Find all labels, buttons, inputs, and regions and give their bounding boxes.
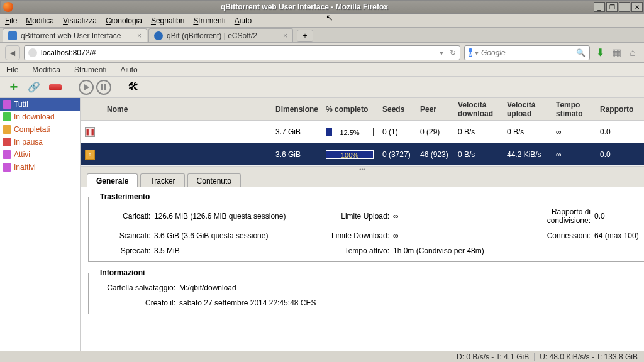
remove-button[interactable] — [49, 84, 62, 90]
menu-edit[interactable]: Modifica — [26, 16, 54, 25]
paused-icon: ❚❚ — [85, 127, 95, 137]
sidebar-item-active[interactable]: Attivi — [0, 148, 80, 161]
tab-content[interactable]: Contenuto — [187, 173, 241, 187]
url-bar[interactable]: ▾ ↻ — [24, 45, 460, 60]
app-menu-edit[interactable]: Modifica — [32, 65, 60, 74]
add-torrent-button[interactable]: + — [5, 79, 23, 96]
col-ulspeed[interactable]: Velocità upload — [507, 101, 556, 118]
menu-file[interactable]: File — [5, 16, 17, 25]
search-input[interactable] — [481, 48, 576, 57]
app-menu-file[interactable]: File — [6, 65, 18, 74]
col-peer[interactable]: Peer — [420, 105, 458, 114]
download-icon[interactable]: ⬇ — [594, 47, 606, 59]
detail-body: Trasferimento Caricati: 126.6 MiB (126.6… — [80, 187, 644, 351]
upload-icon — [3, 125, 11, 134]
app-menu-help[interactable]: Aiuto — [120, 65, 137, 74]
menu-bookmarks[interactable]: Segnalibri — [151, 16, 184, 25]
uploaded-value: 126.6 MiB (126.6 MiB questa sessione) — [154, 212, 318, 221]
uplimit-value: ∞ — [393, 212, 506, 221]
downloaded-value: 3.6 GiB (3.6 GiB questa sessione) — [154, 231, 318, 240]
download-icon — [3, 112, 11, 121]
connections-value: 64 (max 100) — [594, 231, 644, 240]
menu-history[interactable]: Cronologia — [106, 16, 142, 25]
pause-icon — [3, 138, 11, 146]
search-dropdown-icon[interactable]: ▾ — [475, 48, 479, 57]
reload-icon[interactable]: ↻ — [450, 48, 456, 57]
sidebar: Tutti In download Completati In pausa At… — [0, 98, 80, 351]
menu-help[interactable]: Aiuto — [235, 16, 252, 25]
active-icon — [3, 150, 11, 159]
inactive-icon — [3, 163, 11, 172]
firefox-menubar: File Modifica Visualizza Cronologia Segn… — [0, 14, 644, 28]
resume-button[interactable] — [79, 80, 94, 95]
transfer-legend: Trasferimento — [97, 192, 152, 201]
col-eta[interactable]: Tempo stimato — [556, 101, 600, 118]
app-menu-tools[interactable]: Strumenti — [74, 65, 106, 74]
minimize-button[interactable]: _ — [594, 2, 605, 12]
google-icon: g — [469, 48, 472, 57]
window-title: qBittorrent web User Interface - Mozilla… — [16, 3, 593, 11]
col-dlspeed[interactable]: Velocità download — [458, 101, 507, 118]
search-box[interactable]: g ▾ 🔍 — [464, 45, 590, 60]
status-download: D: 0 B/s/s - T: 4.1 GiB — [457, 353, 529, 361]
dllimit-value: ∞ — [393, 231, 506, 240]
wasted-value: 3.5 MiB — [154, 246, 318, 255]
menu-tools[interactable]: Strumenti — [193, 16, 225, 25]
col-seeds[interactable]: Seeds — [382, 105, 420, 114]
search-icon[interactable]: 🔍 — [576, 48, 586, 57]
maximize-button[interactable]: □ — [619, 2, 630, 12]
created-value: sabato 27 settembre 2014 22:45:48 CES — [179, 299, 431, 307]
tab-qbittorrent[interactable]: qBittorrent web User Interface × — [3, 28, 147, 42]
url-input[interactable] — [41, 48, 440, 57]
sidebar-item-downloading[interactable]: In download — [0, 111, 80, 123]
tab-general[interactable]: Generale — [87, 173, 138, 187]
tab-ecsoft[interactable]: qBit (qBittorrent) | eCSoft/2 × — [148, 28, 293, 42]
apps-icon[interactable]: ▦ — [610, 47, 623, 59]
col-size[interactable]: Dimensione — [275, 105, 326, 114]
app-toolbar: + 🔗 🛠 — [0, 77, 644, 98]
status-upload: U: 48.0 KiB/s/s - T: 133.8 GiB — [540, 353, 638, 361]
tab-tracker[interactable]: Tracker — [140, 173, 184, 187]
close-button[interactable]: ✕ — [631, 2, 643, 12]
transfer-fieldset: Trasferimento Caricati: 126.6 MiB (126.6… — [88, 192, 644, 262]
globe-icon — [28, 48, 37, 57]
app-content: File Modifica Strumenti Aiuto + 🔗 🛠 Tutt… — [0, 63, 644, 351]
add-link-button[interactable]: 🔗 — [25, 79, 43, 96]
save-path-value: M:/qbit/download — [179, 283, 431, 292]
nav-toolbar: ◄ ▾ ↻ g ▾ 🔍 ⬇ ▦ ⌂ — [0, 43, 644, 63]
qbittorrent-icon — [8, 31, 17, 40]
col-ratio[interactable]: Rapporto — [600, 105, 644, 114]
col-progress[interactable]: % completo — [326, 105, 382, 114]
separator — [118, 80, 118, 95]
menu-view[interactable]: Visualizza — [63, 16, 97, 25]
ratio-value: 0.0 — [594, 212, 644, 221]
col-name[interactable]: Nome — [99, 105, 275, 114]
dropdown-icon[interactable]: ▾ — [440, 48, 443, 57]
splitter[interactable]: ••• — [80, 166, 644, 172]
info-fieldset: Informazioni Cartella salvataggio: M:/qb… — [88, 268, 636, 314]
home-icon[interactable]: ⌂ — [626, 47, 639, 59]
active-time-value: 1h 0m (Condiviso per 48m) — [393, 246, 506, 255]
table-header: Nome Dimensione % completo Seeds Peer Ve… — [80, 98, 644, 121]
close-tab-icon[interactable]: × — [137, 31, 142, 40]
settings-button[interactable]: 🛠 — [125, 79, 142, 96]
restore-button[interactable]: ❐ — [606, 2, 618, 12]
main-panel: Nome Dimensione % completo Seeds Peer Ve… — [80, 98, 644, 351]
table-row[interactable]: ↑ 3.6 GiB 100% 0 (3727) 46 (923) 0 B/s 4… — [80, 143, 644, 166]
sidebar-item-inactive[interactable]: Inattivi — [0, 161, 80, 173]
pause-button[interactable] — [96, 80, 111, 95]
back-button[interactable]: ◄ — [5, 45, 20, 60]
sidebar-item-paused[interactable]: In pausa — [0, 136, 80, 148]
firefox-icon — [3, 2, 13, 12]
sidebar-item-all[interactable]: Tutti — [0, 98, 80, 111]
table-row[interactable]: ❚❚ 3.7 GiB 12.5% 0 (1) 0 (29) 0 B/s 0 B/… — [80, 121, 644, 143]
window-titlebar: qBittorrent web User Interface - Mozilla… — [0, 0, 644, 14]
tab-strip: qBittorrent web User Interface × qBit (q… — [0, 28, 644, 43]
new-tab-button[interactable]: + — [297, 30, 313, 42]
info-legend: Informazioni — [97, 268, 147, 277]
close-tab-icon[interactable]: × — [283, 31, 287, 40]
sidebar-item-completed[interactable]: Completati — [0, 123, 80, 136]
seeding-icon: ↑ — [85, 150, 95, 160]
detail-tabs: Generale Tracker Contenuto — [80, 172, 644, 187]
site-icon — [154, 31, 163, 40]
